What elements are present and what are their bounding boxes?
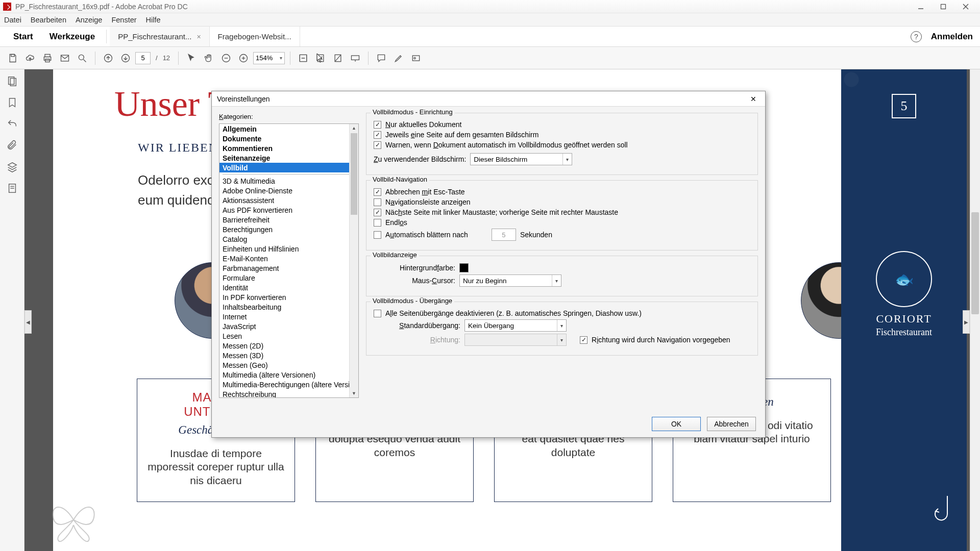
scroll-down-icon[interactable]: ▼	[350, 389, 358, 397]
category-item[interactable]: Lesen	[219, 331, 358, 341]
menu-datei[interactable]: Datei	[4, 16, 21, 24]
category-item[interactable]: Messen (3D)	[219, 350, 358, 360]
signatures-icon[interactable]	[7, 183, 18, 194]
checkbox-escape[interactable]	[374, 188, 381, 196]
next-page-icon[interactable]	[118, 51, 133, 66]
seconds-input[interactable]	[492, 229, 516, 241]
category-item[interactable]: Farbmanagement	[219, 263, 358, 273]
checkbox-navbar[interactable]	[374, 198, 381, 206]
category-item[interactable]: Internet	[219, 312, 358, 321]
svg-line-10	[84, 59, 86, 62]
zoom-out-icon[interactable]	[218, 51, 234, 66]
category-item[interactable]: Aus PDF konvertieren	[219, 205, 358, 215]
category-item[interactable]: Identität	[219, 283, 358, 292]
attachments-icon[interactable]	[7, 140, 18, 151]
select-tool-icon[interactable]	[184, 51, 199, 66]
page-display-icon[interactable]	[330, 51, 346, 66]
cloud-icon[interactable]	[22, 51, 38, 66]
ok-button[interactable]: OK	[652, 417, 701, 431]
checkbox-one-page[interactable]	[374, 131, 381, 139]
save-icon[interactable]	[5, 51, 20, 66]
category-item[interactable]: Inhaltsbearbeitung	[219, 302, 358, 312]
category-item[interactable]: In PDF konvertieren	[219, 292, 358, 302]
close-window-button[interactable]	[954, 0, 977, 13]
read-mode-icon[interactable]	[348, 51, 363, 66]
bookmarks-icon[interactable]	[7, 97, 18, 108]
menu-fenster[interactable]: Fenster	[111, 16, 136, 24]
start-tab[interactable]: Start	[5, 27, 41, 46]
highlight-icon[interactable]	[391, 51, 406, 66]
checkbox-direction-nav[interactable]	[580, 336, 587, 344]
category-item[interactable]: Aktionsassistent	[219, 195, 358, 205]
search-icon[interactable]	[75, 51, 90, 66]
transition-dropdown[interactable]: Kein Übergang▾	[464, 319, 567, 332]
login-button[interactable]: Anmelden	[931, 32, 973, 42]
category-item[interactable]: Berechtigungen	[219, 224, 358, 234]
checkbox-loop[interactable]	[374, 219, 381, 227]
collapse-left-icon[interactable]: ◀	[24, 310, 32, 334]
category-item[interactable]: Kommentieren	[219, 143, 358, 153]
category-item[interactable]: Catalog	[219, 234, 358, 244]
doc-tab-2[interactable]: Fragebogen-Websit...	[210, 27, 300, 46]
menu-bearbeiten[interactable]: Bearbeiten	[31, 16, 66, 24]
cancel-button[interactable]: Abbrechen	[707, 417, 756, 431]
hand-tool-icon[interactable]	[201, 51, 216, 66]
fit-width-icon[interactable]	[296, 51, 311, 66]
category-item[interactable]: Allgemein	[219, 124, 358, 134]
mail-icon[interactable]	[57, 51, 72, 66]
tools-tab[interactable]: Werkzeuge	[41, 27, 103, 46]
comment-icon[interactable]	[374, 51, 389, 66]
dialog-close-button[interactable]: ✕	[747, 93, 760, 105]
category-item[interactable]: Messen (Geo)	[219, 360, 358, 370]
sign-icon[interactable]	[408, 51, 424, 66]
checkbox-mouse-nav[interactable]	[374, 209, 381, 216]
scroll-thumb[interactable]	[971, 212, 979, 314]
zoom-in-icon[interactable]	[236, 51, 251, 66]
close-tab-icon[interactable]: ×	[197, 33, 201, 41]
category-item[interactable]: JavaScript	[219, 321, 358, 331]
screen-dropdown[interactable]: Dieser Bildschirm▾	[470, 153, 572, 165]
menu-hilfe[interactable]: Hilfe	[146, 16, 161, 24]
category-item[interactable]: Vollbild	[219, 163, 358, 172]
checkbox-warn[interactable]	[374, 141, 381, 149]
categories-listbox[interactable]: AllgemeinDokumenteKommentierenSeitenanze…	[219, 123, 359, 398]
bg-color-swatch[interactable]	[459, 263, 469, 272]
scroll-thumb[interactable]	[351, 133, 357, 215]
thumbnails-icon[interactable]	[7, 76, 18, 87]
page-number-input[interactable]	[135, 52, 151, 64]
category-item[interactable]: Formulare	[219, 273, 358, 283]
category-item[interactable]: Messen (2D)	[219, 341, 358, 350]
dialog-titlebar[interactable]: Voreinstellungen ✕	[212, 91, 765, 107]
category-item[interactable]: Multimedia (ältere Versionen)	[219, 370, 358, 380]
category-item[interactable]: E-Mail-Konten	[219, 254, 358, 263]
category-item[interactable]: Rechtschreibung	[219, 389, 358, 398]
chevron-down-icon: ▾	[552, 275, 558, 286]
undo-nav-icon[interactable]	[7, 118, 18, 130]
category-item[interactable]: Dokumente	[219, 134, 358, 143]
nav-panel	[0, 69, 24, 551]
category-item[interactable]: 3D & Multimedia	[219, 176, 358, 186]
category-item[interactable]: Seitenanzeige	[219, 153, 358, 163]
print-icon[interactable]	[40, 51, 55, 66]
prev-page-icon[interactable]	[101, 51, 116, 66]
vertical-scrollbar[interactable]	[970, 69, 980, 551]
listbox-scrollbar[interactable]: ▲ ▼	[349, 124, 358, 397]
category-item[interactable]: Adobe Online-Dienste	[219, 186, 358, 195]
minimize-button[interactable]	[910, 0, 932, 13]
menu-anzeige[interactable]: Anzeige	[76, 16, 102, 24]
category-item[interactable]: Multimedia-Berechtigungen (ältere Versio…	[219, 380, 358, 389]
group-fullscreen-display: Vollbildanzeige Hintergrundfarbe: Maus-C…	[366, 256, 758, 296]
help-button[interactable]: ?	[911, 31, 922, 42]
checkbox-auto[interactable]	[374, 231, 381, 239]
layers-icon[interactable]	[7, 161, 18, 172]
cursor-dropdown[interactable]: Nur zu Beginn▾	[459, 274, 561, 287]
doc-tab-1[interactable]: PP_Fischrestaurant... ×	[110, 27, 209, 46]
checkbox-disable-trans[interactable]	[374, 310, 381, 317]
checkbox-current-doc[interactable]	[374, 121, 381, 129]
maximize-button[interactable]	[932, 0, 954, 13]
category-item[interactable]: Barrierefreiheit	[219, 215, 358, 224]
scroll-up-icon[interactable]: ▲	[350, 124, 358, 132]
zoom-dropdown[interactable]: 154%▾	[253, 52, 285, 64]
collapse-right-icon[interactable]: ▶	[963, 310, 970, 334]
category-item[interactable]: Einheiten und Hilfslinien	[219, 244, 358, 254]
